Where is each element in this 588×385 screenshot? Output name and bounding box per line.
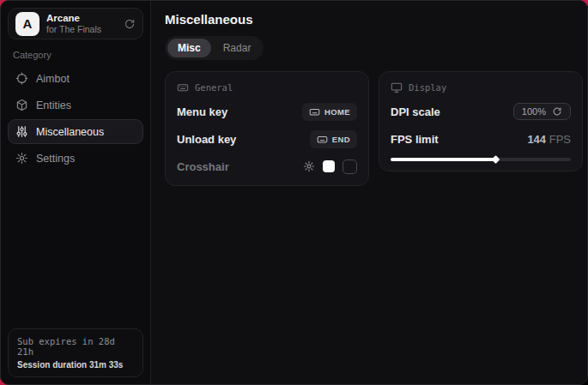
crosshair-icon: [15, 72, 28, 85]
app-subtitle: for The Finals: [46, 24, 101, 34]
keyboard-icon: [309, 106, 320, 117]
refresh-icon: [552, 106, 562, 117]
sidebar-item-label: Settings: [36, 153, 75, 165]
tab-radar[interactable]: Radar: [213, 39, 262, 57]
fps-limit-value: 144 FPS: [527, 133, 571, 146]
sidebar-item-label: Entities: [36, 99, 71, 111]
fps-unit: FPS: [549, 133, 571, 146]
main-content: Miscellaneous Misc Radar Gene: [151, 1, 588, 384]
sliders-icon: [15, 125, 28, 138]
dpi-scale-value: 100%: [522, 106, 546, 117]
tab-misc[interactable]: Misc: [167, 39, 211, 57]
slider-thumb[interactable]: [491, 155, 500, 164]
crosshair-label: Crosshair: [177, 160, 229, 173]
unload-key-bind-button[interactable]: END: [310, 130, 357, 148]
keyboard-icon: [177, 81, 189, 93]
display-panel-title: Display: [409, 82, 446, 93]
crosshair-controls: [303, 159, 357, 174]
tab-bar: Misc Radar: [165, 36, 264, 60]
fps-number: 144: [527, 133, 546, 146]
sidebar: A Arcane for The Finals Category: [1, 1, 151, 384]
app-title: Arcane: [46, 13, 101, 24]
general-panel-header: General: [177, 81, 357, 93]
menu-key-row: Menu key HOME: [177, 102, 357, 121]
sync-icon[interactable]: [124, 18, 136, 30]
sub-expiry-text: Sub expires in 28d 21h: [17, 336, 134, 357]
menu-key-label: Menu key: [177, 105, 227, 118]
app-meta: Arcane for The Finals: [46, 13, 101, 34]
dpi-scale-label: DPI scale: [391, 105, 440, 118]
sidebar-item-entities[interactable]: Entities: [8, 93, 143, 117]
slider-fill: [391, 158, 495, 161]
sidebar-nav: Aimbot Entities: [1, 66, 150, 171]
app-header-card: A Arcane for The Finals: [8, 8, 143, 39]
crosshair-checkbox[interactable]: [342, 159, 357, 174]
app-logo: A: [15, 12, 39, 36]
unload-key-value: END: [332, 135, 350, 144]
page-title: Miscellaneous: [165, 12, 583, 27]
crosshair-color-swatch[interactable]: [323, 160, 335, 172]
subscription-status-card: Sub expires in 28d 21h Session duration …: [8, 328, 143, 377]
monitor-icon: [391, 81, 403, 93]
gear-icon[interactable]: [303, 160, 315, 172]
sidebar-item-miscellaneous[interactable]: Miscellaneous: [8, 119, 143, 144]
category-label: Category: [13, 50, 138, 60]
gear-icon: [15, 152, 28, 165]
dpi-scale-row: DPI scale 100%: [391, 102, 571, 121]
app-window: A Arcane for The Finals Category: [0, 0, 588, 385]
unload-key-label: Unload key: [177, 133, 236, 146]
box-icon: [15, 99, 28, 111]
keyboard-icon: [317, 134, 328, 145]
general-panel-title: General: [195, 82, 233, 93]
dpi-scale-button[interactable]: 100%: [513, 103, 571, 120]
display-panel-header: Display: [391, 81, 571, 93]
session-duration-text: Session duration 31m 33s: [17, 360, 134, 370]
menu-key-value: HOME: [324, 107, 350, 117]
panels-row: General Menu key HOME: [165, 71, 583, 186]
sidebar-item-aimbot[interactable]: Aimbot: [8, 66, 143, 91]
fps-limit-label: FPS limit: [391, 133, 439, 146]
display-panel: Display DPI scale 100%: [379, 71, 583, 171]
menu-key-bind-button[interactable]: HOME: [302, 103, 357, 121]
desktop-backdrop: A Arcane for The Finals Category: [0, 0, 588, 385]
sidebar-item-settings[interactable]: Settings: [8, 146, 143, 171]
sidebar-item-label: Miscellaneous: [36, 126, 104, 138]
unload-key-row: Unload key END: [177, 129, 357, 148]
fps-limit-slider[interactable]: [391, 158, 571, 161]
crosshair-row: Crosshair: [177, 157, 357, 176]
general-panel: General Menu key HOME: [165, 71, 369, 186]
sidebar-item-label: Aimbot: [36, 73, 70, 85]
fps-limit-row: FPS limit 144 FPS: [391, 129, 571, 148]
